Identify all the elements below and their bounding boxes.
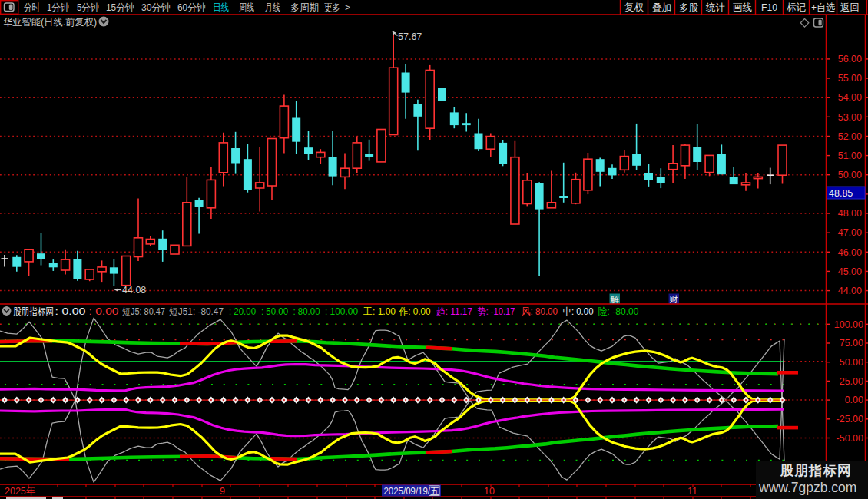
svg-text:54.00: 54.00 xyxy=(838,92,862,103)
svg-text:48.00: 48.00 xyxy=(838,208,862,219)
svg-text:月线: 月线 xyxy=(265,2,280,13)
svg-text:2025年: 2025年 xyxy=(5,486,35,497)
svg-text:工: 1.00: 工: 1.00 xyxy=(363,306,396,317)
svg-text:5分钟: 5分钟 xyxy=(77,2,99,13)
svg-text:解: 解 xyxy=(611,295,620,304)
svg-text:44.08: 44.08 xyxy=(122,285,146,296)
svg-text:多股: 多股 xyxy=(679,2,698,13)
svg-text:10: 10 xyxy=(484,486,495,497)
svg-text:50.00: 50.00 xyxy=(838,170,862,180)
svg-text:55.00: 55.00 xyxy=(838,73,862,84)
svg-text:华亚智能(日线.前复权): 华亚智能(日线.前复权) xyxy=(3,17,97,28)
svg-text:股朋指标网: 股朋指标网 xyxy=(13,306,54,317)
svg-text:0.00: 0.00 xyxy=(845,395,863,405)
svg-text:更多: 更多 xyxy=(324,2,340,13)
svg-text:: 0.00: : 0.00 xyxy=(55,306,86,317)
svg-text:: 20.00: : 20.00 xyxy=(229,306,256,317)
svg-text:2025/09/19/五: 2025/09/19/五 xyxy=(384,486,439,497)
svg-text:分时: 分时 xyxy=(24,2,40,13)
svg-text:1分钟: 1分钟 xyxy=(47,2,69,13)
svg-text:周线: 周线 xyxy=(239,2,254,13)
svg-text:25.00: 25.00 xyxy=(840,376,863,387)
svg-text:复权: 复权 xyxy=(624,2,644,13)
svg-text:财: 财 xyxy=(670,295,679,304)
svg-text:9: 9 xyxy=(220,486,225,497)
svg-text:势: -10.17: 势: -10.17 xyxy=(478,306,515,317)
svg-text:叠加: 叠加 xyxy=(652,2,671,13)
svg-text:返回: 返回 xyxy=(840,2,860,13)
svg-text:11: 11 xyxy=(687,486,697,497)
svg-text:: 100.00: : 100.00 xyxy=(325,306,358,317)
svg-text:: 50.00: : 50.00 xyxy=(261,306,288,317)
svg-text:46.00: 46.00 xyxy=(838,247,862,258)
svg-text:: 0.00: : 0.00 xyxy=(89,306,119,317)
svg-text:-25.00: -25.00 xyxy=(837,414,863,425)
svg-text:风: 80.00: 风: 80.00 xyxy=(522,306,558,317)
svg-text:日线: 日线 xyxy=(213,2,229,13)
svg-text:15分钟: 15分钟 xyxy=(106,2,134,13)
svg-text:趋: 11.17: 趋: 11.17 xyxy=(436,306,472,317)
svg-text:-50.00: -50.00 xyxy=(837,433,863,444)
svg-text:短J51: -80.47: 短J51: -80.47 xyxy=(169,306,224,317)
svg-text:短J5: 80.47: 短J5: 80.47 xyxy=(122,306,165,317)
svg-text:作: 0.00: 作: 0.00 xyxy=(399,306,431,317)
svg-text:47.00: 47.00 xyxy=(838,227,862,238)
svg-text:50.00: 50.00 xyxy=(840,357,863,368)
svg-text:股朋指标网: 股朋指标网 xyxy=(780,463,852,478)
svg-text:统计: 统计 xyxy=(705,2,725,13)
svg-text:57.67: 57.67 xyxy=(398,31,422,42)
svg-text:52.00: 52.00 xyxy=(838,131,862,142)
svg-text:中: 0.00: 中: 0.00 xyxy=(563,306,594,317)
svg-text:56.00: 56.00 xyxy=(838,54,862,64)
svg-text:www.7gpzb.com: www.7gpzb.com xyxy=(758,480,856,495)
svg-text:多周期: 多周期 xyxy=(290,2,319,13)
svg-text:75.00: 75.00 xyxy=(840,338,863,349)
svg-text:44.00: 44.00 xyxy=(838,286,862,296)
svg-text:53.00: 53.00 xyxy=(838,112,862,123)
svg-text:45.00: 45.00 xyxy=(838,266,862,277)
svg-text:100.00: 100.00 xyxy=(834,319,863,330)
svg-text:F10: F10 xyxy=(761,2,777,13)
svg-text:险: -80.00: 险: -80.00 xyxy=(598,306,639,317)
svg-text:60分钟: 60分钟 xyxy=(177,2,206,13)
svg-text:标记: 标记 xyxy=(787,2,806,13)
svg-text:>: > xyxy=(345,2,350,13)
svg-text:+自选: +自选 xyxy=(811,2,835,13)
svg-text:48.85: 48.85 xyxy=(829,188,853,199)
svg-text:: 80.00: : 80.00 xyxy=(293,306,320,317)
svg-text:画线: 画线 xyxy=(733,2,752,13)
svg-text:51.00: 51.00 xyxy=(838,150,862,161)
svg-text:30分钟: 30分钟 xyxy=(141,2,171,13)
